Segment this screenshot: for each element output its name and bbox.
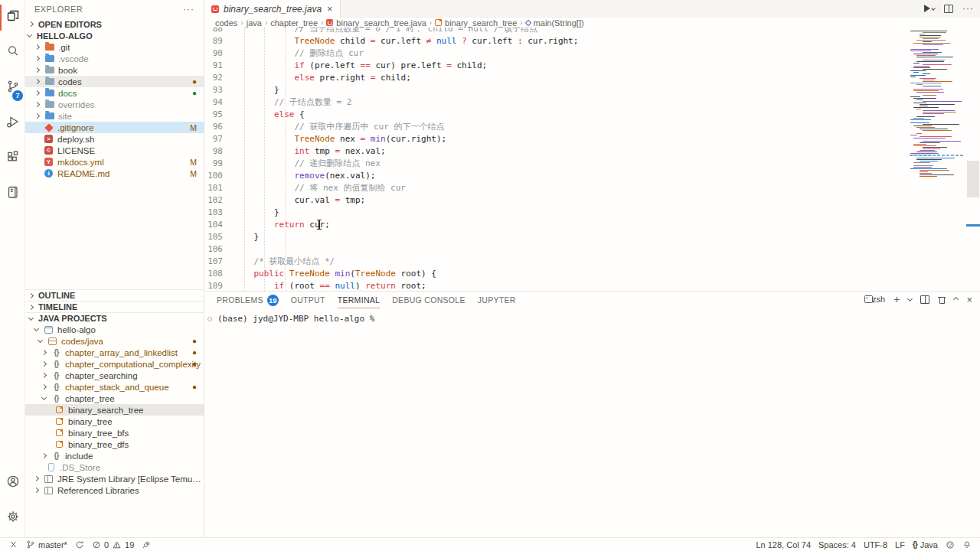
code-line[interactable]: 102 cur.val = tmp; bbox=[204, 194, 980, 207]
breadcrumb-item[interactable]: binary_search_tree.java bbox=[326, 18, 426, 28]
feedback-smiley-button[interactable] bbox=[942, 538, 959, 551]
sidebar-root-folder[interactable]: HELLO-ALGO bbox=[25, 30, 204, 41]
code-line[interactable]: 106 bbox=[204, 243, 980, 256]
code-line[interactable]: 96 // 获取中序遍历中 cur 的下一个结点 bbox=[204, 121, 980, 133]
run-button[interactable] bbox=[924, 5, 935, 12]
code-line[interactable]: 93 } bbox=[204, 84, 980, 96]
java-project-item[interactable]: binary_tree bbox=[25, 416, 204, 427]
tab-binary-search-tree[interactable]: binary_search_tree.java × bbox=[204, 0, 341, 18]
java-project-item[interactable]: JRE System Library [Eclipse Temurin 17 [… bbox=[25, 473, 204, 484]
git-branch-status[interactable]: master* bbox=[22, 538, 71, 551]
scrollbar-slider[interactable] bbox=[967, 161, 979, 197]
code-line[interactable]: 103 } bbox=[204, 207, 980, 219]
breadcrumb-item[interactable]: main(String[]) bbox=[526, 18, 584, 28]
source-control-activity-button[interactable]: 7 bbox=[0, 70, 25, 106]
java-server-status[interactable] bbox=[138, 538, 155, 551]
split-terminal-button[interactable] bbox=[920, 295, 929, 304]
explorer-item[interactable]: .git bbox=[25, 41, 204, 53]
explorer-item[interactable]: docs● bbox=[25, 87, 204, 99]
explorer-item[interactable]: site bbox=[25, 110, 204, 122]
panel-tab-debug-console[interactable]: DEBUG CONSOLE bbox=[392, 292, 466, 308]
split-editor-button[interactable] bbox=[944, 5, 953, 13]
terminal-profile-button[interactable]: zsh bbox=[864, 295, 885, 304]
code-line[interactable]: 88 // 当子结点数量 = 0 / 1 时， child = null / 该… bbox=[204, 28, 980, 35]
code-line[interactable]: 98 int tmp = nex.val; bbox=[204, 145, 980, 158]
account-button[interactable] bbox=[0, 465, 25, 500]
remote-indicator[interactable] bbox=[5, 538, 22, 551]
code-line[interactable]: 101 // 将 nex 的值复制给 cur bbox=[204, 182, 980, 194]
code-line[interactable]: 94 // 子结点数量 = 2 bbox=[204, 96, 980, 109]
explorer-item[interactable]: book bbox=[25, 64, 204, 76]
code-line[interactable]: 92 else pre.right = child; bbox=[204, 72, 980, 84]
code-line[interactable]: 91 if (pre.left == cur) pre.left = child… bbox=[204, 60, 980, 72]
search-activity-button[interactable] bbox=[0, 35, 25, 70]
status-language-mode[interactable]: {}Java bbox=[909, 538, 942, 551]
explorer-item[interactable]: Ymkdocs.ymlM bbox=[25, 156, 204, 168]
code-line[interactable]: 109 if (root == null) return root; bbox=[204, 280, 980, 291]
code-line[interactable]: 90 // 删除结点 cur bbox=[204, 47, 980, 60]
run-debug-activity-button[interactable] bbox=[0, 106, 25, 141]
code-line[interactable]: 108 public TreeNode min(TreeNode root) { bbox=[204, 268, 980, 280]
code-line[interactable]: 107 /* 获取最小结点 */ bbox=[204, 256, 980, 268]
kill-terminal-button[interactable] bbox=[938, 295, 946, 304]
chevron-down-icon[interactable] bbox=[907, 295, 913, 301]
sync-button[interactable] bbox=[71, 538, 88, 551]
java-project-item[interactable]: {}chapter_computational_complexity● bbox=[25, 358, 204, 370]
panel-tab-terminal[interactable]: TERMINAL bbox=[338, 292, 381, 308]
code-editor[interactable]: 88 // 当子结点数量 = 0 / 1 时， child = null / 该… bbox=[204, 28, 980, 291]
breadcrumb-item[interactable]: binary_search_tree bbox=[435, 18, 517, 28]
new-terminal-button[interactable]: + bbox=[893, 294, 900, 305]
settings-button[interactable] bbox=[0, 500, 25, 536]
explorer-item[interactable]: iREADME.mdM bbox=[25, 168, 204, 179]
breadcrumb-item[interactable]: java bbox=[247, 18, 262, 28]
close-panel-button[interactable]: × bbox=[966, 295, 972, 305]
java-project-item[interactable]: codes/java● bbox=[25, 335, 204, 347]
notebook-activity-button[interactable] bbox=[0, 176, 25, 211]
more-actions-icon[interactable]: ··· bbox=[183, 4, 194, 15]
explorer-item[interactable]: .vscode bbox=[25, 53, 204, 64]
java-project-item[interactable]: {}chapter_array_and_linkedlist● bbox=[25, 347, 204, 358]
java-project-item[interactable]: {}include bbox=[25, 450, 204, 461]
java-project-item[interactable]: hello-algo bbox=[25, 324, 204, 335]
breadcrumb-item[interactable]: chapter_tree bbox=[270, 18, 318, 28]
java-project-item[interactable]: Referenced Libraries bbox=[25, 484, 204, 496]
problems-status[interactable]: 0 19 bbox=[88, 538, 138, 551]
explorer-item[interactable]: >deploy.sh bbox=[25, 133, 204, 145]
status-indentation[interactable]: Spaces: 4 bbox=[815, 538, 860, 551]
java-project-item[interactable]: {}chapter_stack_and_queue● bbox=[25, 381, 204, 393]
breadcrumb-item[interactable]: codes bbox=[215, 18, 237, 28]
maximize-panel-button[interactable] bbox=[953, 296, 959, 302]
sidebar-section-header[interactable]: TIMELINE bbox=[25, 301, 204, 312]
code-line[interactable]: 100 remove(nex.val); bbox=[204, 170, 980, 182]
status-eol[interactable]: LF bbox=[891, 538, 909, 551]
java-project-item[interactable]: binary_tree_dfs bbox=[25, 439, 204, 450]
code-line[interactable]: 89 TreeNode child = cur.left ≠ null ? cu… bbox=[204, 35, 980, 47]
java-project-item[interactable]: binary_tree_bfs bbox=[25, 427, 204, 439]
sidebar-section-header[interactable]: JAVA PROJECTS bbox=[25, 312, 204, 324]
panel-tab-output[interactable]: OUTPUT bbox=[291, 292, 325, 308]
java-project-item[interactable]: .DS_Store bbox=[25, 461, 204, 473]
explorer-activity-button[interactable] bbox=[0, 0, 25, 35]
explorer-item[interactable]: overrides bbox=[25, 99, 204, 110]
code-line[interactable]: 105 } bbox=[204, 231, 980, 243]
code-line[interactable]: 95 else { bbox=[204, 109, 980, 121]
status-encoding[interactable]: UTF-8 bbox=[860, 538, 891, 551]
notifications-bell-button[interactable] bbox=[959, 538, 975, 551]
code-line[interactable]: 99 // 递归删除结点 nex bbox=[204, 158, 980, 170]
terminal-prompt[interactable]: (base) jyd@JYD-MBP hello-algo % bbox=[217, 314, 374, 324]
explorer-item[interactable]: .gitignoreM bbox=[25, 122, 204, 133]
explorer-item[interactable]: codes● bbox=[25, 76, 204, 87]
code-line[interactable]: 97 TreeNode nex = min(cur.right); bbox=[204, 133, 980, 145]
java-project-item[interactable]: {}chapter_searching bbox=[25, 370, 204, 381]
java-project-item[interactable]: {}chapter_tree bbox=[25, 393, 204, 404]
java-project-item[interactable]: binary_search_tree bbox=[25, 404, 204, 416]
minimap[interactable] bbox=[908, 28, 966, 291]
sidebar-section-header[interactable]: OPEN EDITORS bbox=[25, 18, 204, 30]
panel-tab-jupyter[interactable]: JUPYTER bbox=[478, 292, 516, 308]
explorer-item[interactable]: ©LICENSE bbox=[25, 145, 204, 156]
panel-tab-problems[interactable]: PROBLEMS19 bbox=[217, 292, 279, 308]
extensions-activity-button[interactable] bbox=[0, 141, 25, 176]
status-cursor-position[interactable]: Ln 128, Col 74 bbox=[752, 538, 815, 551]
close-icon[interactable]: × bbox=[327, 4, 333, 14]
sidebar-section-header[interactable]: OUTLINE bbox=[25, 289, 204, 301]
